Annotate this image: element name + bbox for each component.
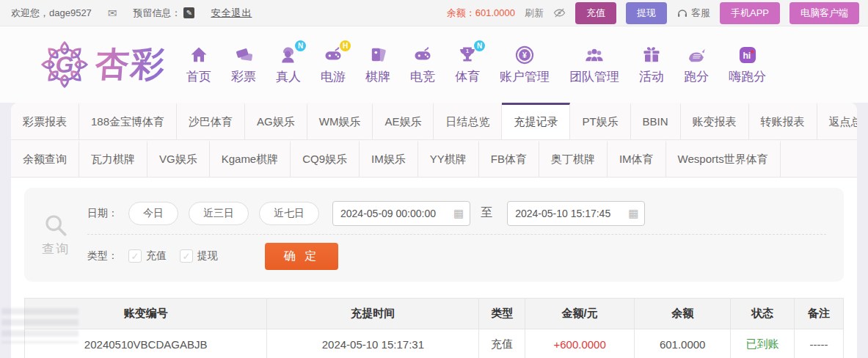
column-header-余额: 余额	[635, 299, 731, 329]
column-header-金额/元: 金额/元	[525, 299, 635, 329]
search-label: 查询	[42, 241, 70, 257]
eye-off-icon[interactable]	[553, 7, 566, 19]
date-from-field: ▦	[332, 201, 470, 226]
nav-item-团队管理[interactable]: 团队管理	[569, 44, 619, 85]
column-header-账变编号: 账变编号	[25, 299, 267, 329]
tab-转账报表[interactable]: 转账报表	[749, 103, 817, 139]
tab-账变报表[interactable]: 账变报表	[681, 103, 749, 139]
mail-icon[interactable]: ✉	[108, 7, 117, 20]
checkbox-icon: ✓	[180, 249, 193, 263]
tab-FB体育[interactable]: FB体育	[479, 140, 539, 177]
nav-label: 体育	[455, 68, 480, 85]
edit-message-icon[interactable]: ✎	[183, 7, 194, 18]
type-checkbox-充值[interactable]: ✓充值	[128, 249, 167, 263]
topbar: 欢迎您，dage9527 ✉ 预留信息： ✎ 安全退出 余额：601.0000 …	[0, 0, 868, 26]
nav-label: 电竞	[410, 68, 435, 85]
logo-flower-icon: G	[38, 38, 91, 91]
tab-日结总览[interactable]: 日结总览	[434, 103, 502, 139]
tab-WM娱乐[interactable]: WM娱乐	[307, 103, 373, 139]
balance-text: 余额：601.0000	[447, 7, 515, 20]
logout-link[interactable]: 安全退出	[211, 7, 252, 20]
mobile-app-button[interactable]: 手机APP	[720, 2, 780, 24]
tab-AG娱乐[interactable]: AG娱乐	[245, 103, 307, 139]
nav-item-彩票[interactable]: 彩票	[231, 44, 256, 85]
tab-彩票报表[interactable]: 彩票报表	[11, 103, 79, 139]
tab-余额查询[interactable]: 余额查询	[11, 140, 79, 177]
tab-188金宝博体育[interactable]: 188金宝博体育	[79, 103, 177, 139]
service-label: 客服	[691, 7, 710, 20]
column-header-状态: 状态	[730, 299, 794, 329]
column-header-充提时间: 充提时间	[267, 299, 479, 329]
home-icon	[187, 44, 211, 66]
svg-text:G: G	[56, 51, 74, 78]
recharge-button[interactable]: 充值	[575, 2, 616, 24]
tab-沙巴体育[interactable]: 沙巴体育	[177, 103, 245, 139]
cell-备注: -----	[795, 329, 844, 358]
tab-奥丁棋牌[interactable]: 奥丁棋牌	[539, 140, 608, 177]
nav-item-电竞[interactable]: 电竞	[410, 44, 435, 85]
nav-item-首页[interactable]: 首页	[186, 44, 211, 85]
tab-AE娱乐[interactable]: AE娱乐	[373, 103, 434, 139]
nav-item-体育[interactable]: 1N体育	[455, 44, 480, 85]
tab-VG娱乐[interactable]: VG娱乐	[147, 140, 210, 177]
nav-label: 嗨跑分	[729, 68, 766, 85]
nav-item-真人[interactable]: N真人	[276, 44, 301, 85]
tab-PT娱乐[interactable]: PT娱乐	[570, 103, 630, 139]
pc-client-button[interactable]: 电脑客户端	[789, 2, 859, 24]
nav-item-活动[interactable]: 活动	[639, 44, 664, 85]
nav-label: 跑分	[684, 68, 709, 85]
nav-label: 账户管理	[500, 68, 550, 85]
date-to-input[interactable]	[515, 208, 625, 219]
tab-IM体育[interactable]: IM体育	[608, 140, 666, 177]
tab-row-2: 余额查询瓦力棋牌VG娱乐Kgame棋牌CQ9娱乐IM娱乐YY棋牌FB体育奥丁棋牌…	[11, 140, 857, 178]
date-to-label: 至	[481, 205, 492, 221]
nav-item-跑分[interactable]: 跑分	[684, 44, 709, 85]
tab-Wesports世界体育[interactable]: Wesports世界体育	[666, 140, 781, 177]
checkbox-label: 提现	[197, 249, 218, 263]
gamepad-icon: H	[321, 44, 345, 66]
headphones-icon	[676, 7, 688, 19]
site-header: G 杏彩 首页彩票N真人H电游棋牌电竞1N体育¥账户管理团队管理活动跑分hi嗨跑…	[0, 26, 868, 103]
nav-item-电游[interactable]: H电游	[321, 44, 346, 85]
tab-返点总额[interactable]: 返点总额	[817, 103, 857, 139]
cell-余额: 601.0000	[635, 329, 731, 358]
badge-n: N	[474, 40, 485, 51]
nav-label: 电游	[321, 68, 346, 85]
tab-充提记录[interactable]: 充提记录	[502, 103, 570, 139]
tab-YY棋牌[interactable]: YY棋牌	[418, 140, 479, 177]
nav-label: 团队管理	[569, 68, 619, 85]
tab-Kgame棋牌[interactable]: Kgame棋牌	[210, 140, 291, 177]
live-person-icon: N	[277, 44, 300, 66]
column-header-备注: 备注	[795, 299, 844, 329]
tab-CQ9娱乐[interactable]: CQ9娱乐	[291, 140, 360, 177]
cards-icon	[366, 44, 390, 66]
svg-text:¥: ¥	[522, 51, 527, 59]
confirm-button[interactable]: 确 定	[265, 243, 338, 270]
withdraw-button[interactable]: 提现	[626, 2, 667, 24]
site-logo[interactable]: G 杏彩	[38, 38, 166, 91]
quick-date-今日[interactable]: 今日	[128, 202, 178, 225]
search-block: 查询	[24, 192, 87, 277]
type-checkbox-提现[interactable]: ✓提现	[180, 249, 218, 263]
date-from-input[interactable]	[340, 208, 451, 219]
message-label: 预留信息：	[133, 7, 180, 20]
nav-item-嗨跑分[interactable]: hi嗨跑分	[729, 44, 766, 85]
tab-BBIN[interactable]: BBIN	[631, 103, 681, 139]
nav-item-账户管理[interactable]: ¥账户管理	[500, 44, 550, 85]
quick-date-近三日[interactable]: 近三日	[189, 202, 249, 225]
customer-service-button[interactable]: 客服	[676, 7, 710, 20]
date-label: 日期：	[87, 207, 118, 220]
svg-text:1: 1	[466, 48, 469, 54]
team-icon	[583, 44, 606, 66]
rhino-icon	[685, 44, 708, 66]
nav-item-棋牌[interactable]: 棋牌	[365, 44, 390, 85]
quick-date-近七日[interactable]: 近七日	[259, 202, 319, 225]
coin-icon: ¥	[513, 44, 536, 66]
tab-IM娱乐[interactable]: IM娱乐	[360, 140, 418, 177]
refresh-link[interactable]: 刷新	[525, 7, 544, 20]
calendar-icon[interactable]: ▦	[453, 207, 464, 220]
calendar-icon[interactable]: ▦	[628, 207, 638, 220]
nav-label: 真人	[276, 68, 301, 85]
cell-充提时间: 2024-05-10 15:17:31	[267, 329, 479, 358]
tab-瓦力棋牌[interactable]: 瓦力棋牌	[79, 140, 147, 177]
